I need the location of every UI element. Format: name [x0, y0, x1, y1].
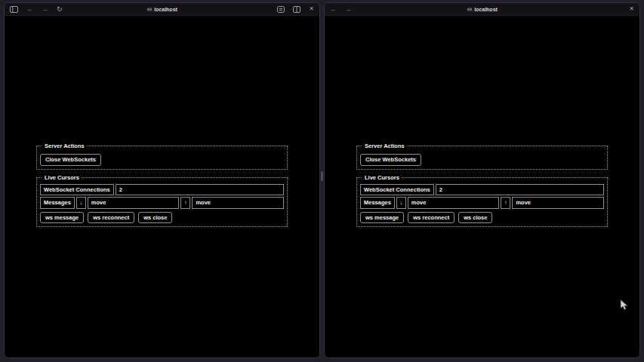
split-view-icon[interactable]: [293, 6, 300, 13]
address-display[interactable]: localhost: [146, 3, 177, 16]
ws-message-button[interactable]: ws message: [360, 212, 404, 224]
titlebar: ← → localhost ✕: [325, 3, 639, 16]
sidebar-toggle-icon[interactable]: [10, 6, 18, 13]
address-display[interactable]: localhost: [467, 3, 498, 16]
browser-window-left: ← → ↻ localhost ✕ Server Actions: [4, 2, 320, 358]
reload-icon[interactable]: ↻: [57, 6, 63, 13]
titlebar-right-controls: ✕: [629, 6, 634, 12]
arrow-up-icon: ↑: [501, 197, 510, 209]
messages-row: Messages ↓ move ↑ move: [40, 197, 284, 209]
live-cursors-fieldset: Live Cursors WebSocket Connections 2 Mes…: [36, 174, 288, 228]
remote-cursor: [620, 299, 628, 311]
ws-reconnect-button[interactable]: ws reconnect: [408, 212, 454, 224]
desktop: ← → ↻ localhost ✕ Server Actions: [0, 0, 644, 362]
ws-reconnect-button[interactable]: ws reconnect: [88, 212, 134, 224]
titlebar-right-controls: ✕: [277, 6, 314, 13]
messages-row: Messages ↓ move ↑ move: [360, 197, 604, 209]
connections-row: WebSocket Connections 2: [360, 184, 604, 196]
close-websockets-button[interactable]: Close WebSockets: [40, 154, 101, 166]
titlebar-left-controls: ← → ↻: [10, 6, 63, 13]
split-resize-handle[interactable]: [321, 171, 323, 181]
server-actions-fieldset: Server Actions Close WebSockets: [356, 143, 608, 170]
ws-buttons-row: ws message ws reconnect ws close: [360, 212, 604, 224]
incoming-message-value: move: [88, 197, 180, 209]
ws-close-button[interactable]: ws close: [138, 212, 172, 224]
page-title: localhost: [154, 7, 177, 12]
messages-label: Messages: [40, 197, 75, 209]
web-page: Server Actions Close WebSockets Live Cur…: [5, 143, 319, 358]
close-icon[interactable]: ✕: [309, 6, 314, 12]
forward-icon[interactable]: →: [345, 6, 352, 13]
link-icon: [467, 7, 472, 12]
browser-window-right: ← → localhost ✕ Server Actions Close Web…: [324, 2, 640, 358]
web-page: Server Actions Close WebSockets Live Cur…: [325, 143, 639, 358]
connections-label: WebSocket Connections: [360, 184, 434, 196]
connections-value: 2: [436, 184, 604, 196]
ws-buttons-row: ws message ws reconnect ws close: [40, 212, 284, 224]
live-cursors-legend: Live Cursors: [362, 174, 402, 181]
outgoing-message-value: move: [512, 197, 604, 209]
titlebar-left-controls: ← →: [330, 6, 352, 13]
arrow-down-icon: ↓: [396, 197, 406, 209]
messages-label: Messages: [360, 197, 395, 209]
close-icon[interactable]: ✕: [629, 6, 634, 12]
arrow-down-icon: ↓: [76, 197, 86, 209]
live-cursors-legend: Live Cursors: [42, 174, 82, 181]
close-websockets-button[interactable]: Close WebSockets: [360, 154, 421, 166]
forward-icon[interactable]: →: [42, 6, 48, 13]
live-cursors-fieldset: Live Cursors WebSocket Connections 2 Mes…: [356, 174, 608, 228]
link-icon: [146, 7, 152, 12]
outgoing-message-value: move: [192, 197, 284, 209]
incoming-message-value: move: [408, 197, 500, 209]
connections-row: WebSocket Connections 2: [40, 184, 284, 196]
reader-view-icon[interactable]: [277, 6, 285, 13]
back-icon[interactable]: ←: [330, 6, 337, 13]
server-actions-legend: Server Actions: [42, 143, 87, 149]
arrow-up-icon: ↑: [180, 197, 190, 209]
server-actions-legend: Server Actions: [362, 143, 407, 149]
page-title: localhost: [474, 7, 498, 12]
connections-label: WebSocket Connections: [40, 184, 114, 196]
ws-close-button[interactable]: ws close: [458, 212, 492, 224]
connections-value: 2: [116, 184, 284, 196]
ws-message-button[interactable]: ws message: [40, 212, 84, 224]
server-actions-fieldset: Server Actions Close WebSockets: [36, 143, 288, 170]
titlebar: ← → ↻ localhost ✕: [5, 3, 319, 16]
back-icon[interactable]: ←: [26, 6, 33, 13]
